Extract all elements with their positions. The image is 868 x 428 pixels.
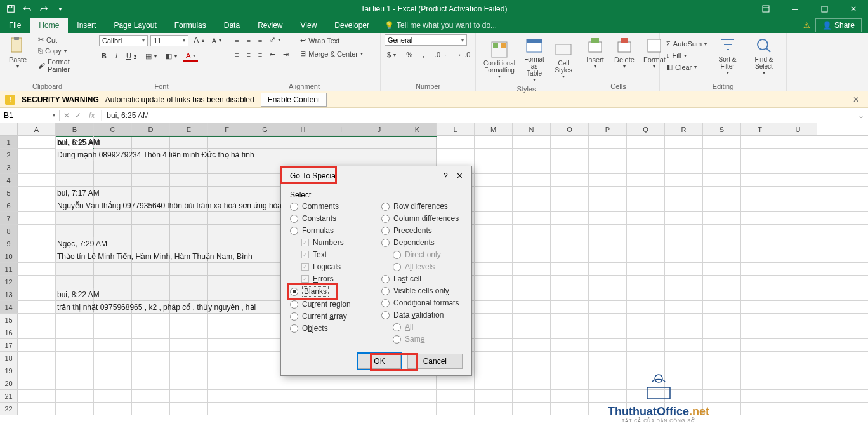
cell[interactable] [589, 288, 627, 300]
tab-developer[interactable]: Developer [326, 18, 378, 33]
tab-file[interactable]: File [0, 18, 30, 33]
cell[interactable] [627, 174, 665, 186]
cell[interactable] [208, 212, 246, 224]
cell[interactable] [437, 136, 475, 148]
cell[interactable] [741, 326, 779, 338]
cell[interactable] [475, 288, 513, 300]
cell[interactable] [94, 136, 132, 148]
cell[interactable] [18, 174, 56, 186]
cell[interactable] [56, 339, 94, 351]
cell[interactable] [56, 276, 94, 288]
cell[interactable] [513, 187, 551, 199]
cell[interactable] [132, 237, 170, 250]
cell[interactable] [132, 212, 170, 224]
percent-icon[interactable]: % [404, 50, 415, 60]
cell[interactable] [132, 352, 170, 364]
cell[interactable] [56, 225, 94, 237]
radio-current-region[interactable]: Current region [290, 300, 372, 309]
radio-precedents[interactable]: Precedents [381, 226, 464, 235]
cell[interactable] [94, 288, 132, 300]
cell[interactable] [132, 288, 170, 300]
cell[interactable] [398, 390, 437, 402]
cell[interactable] [475, 149, 513, 161]
cell[interactable] [551, 339, 589, 351]
cell[interactable] [398, 136, 437, 148]
cell[interactable] [589, 161, 627, 173]
cell[interactable] [18, 288, 56, 300]
cell[interactable] [627, 250, 665, 262]
row-header[interactable]: 5 [0, 187, 18, 199]
cell[interactable] [208, 352, 246, 364]
cell[interactable] [779, 339, 817, 351]
align-left-icon[interactable]: ≡ [232, 50, 241, 60]
cell[interactable] [703, 377, 741, 389]
cell[interactable] [475, 161, 513, 173]
cell[interactable] [513, 339, 551, 351]
cell[interactable] [208, 187, 246, 199]
cell[interactable] [132, 377, 170, 389]
cell[interactable] [18, 390, 56, 402]
cell[interactable]: bui, 6:25 AM [56, 136, 94, 148]
cell[interactable] [94, 212, 132, 224]
column-header[interactable]: M [475, 123, 513, 135]
paste-button[interactable]: Paste▾ [4, 34, 32, 70]
merge-center-button[interactable]: ⊟Merge & Center ▾ [298, 48, 365, 59]
qat-dropdown-icon[interactable]: ▼ [53, 2, 67, 16]
column-header[interactable]: N [513, 123, 551, 135]
cell[interactable] [665, 212, 703, 224]
cell[interactable] [246, 136, 284, 148]
cell[interactable] [703, 301, 741, 313]
cell[interactable] [703, 263, 741, 275]
cell[interactable] [589, 403, 627, 415]
cell[interactable] [779, 263, 817, 275]
cell[interactable] [208, 288, 246, 300]
cell[interactable] [703, 288, 741, 300]
cell[interactable] [208, 136, 246, 148]
row-header[interactable]: 7 [0, 212, 18, 224]
cell[interactable] [589, 250, 627, 262]
cell[interactable] [284, 149, 322, 161]
save-icon[interactable] [4, 2, 18, 16]
cell[interactable] [56, 352, 94, 364]
cell[interactable] [779, 199, 817, 211]
insert-cells-button[interactable]: Insert▾ [581, 34, 609, 70]
cell[interactable] [56, 326, 94, 338]
cell[interactable] [627, 326, 665, 338]
cell[interactable] [475, 212, 513, 224]
cell[interactable] [551, 212, 589, 224]
cell[interactable] [779, 326, 817, 338]
cell[interactable] [170, 403, 208, 415]
borders-icon[interactable]: ▦ ▾ [143, 51, 159, 62]
cell[interactable] [208, 326, 246, 338]
cell[interactable] [589, 314, 627, 326]
cell[interactable] [56, 263, 94, 275]
cell[interactable] [360, 390, 398, 402]
cell[interactable] [703, 403, 741, 415]
cell[interactable] [246, 352, 284, 364]
cell[interactable] [589, 212, 627, 224]
cell[interactable] [741, 276, 779, 288]
cell[interactable] [589, 301, 627, 313]
cell[interactable] [779, 288, 817, 300]
cell[interactable] [627, 161, 665, 173]
cell[interactable] [132, 263, 170, 275]
cell[interactable] [475, 199, 513, 211]
column-header[interactable]: E [170, 123, 208, 135]
cell[interactable] [132, 225, 170, 237]
cell[interactable] [665, 250, 703, 262]
cell[interactable] [627, 199, 665, 211]
cell[interactable] [246, 212, 284, 224]
cell[interactable] [741, 187, 779, 199]
radio-data-validation[interactable]: Data validation [381, 311, 464, 319]
row-header[interactable]: 8 [0, 225, 18, 237]
cell[interactable] [627, 225, 665, 237]
cell[interactable] [665, 288, 703, 300]
conditional-formatting-button[interactable]: Conditional Formatting▾ [480, 38, 519, 81]
cell[interactable] [56, 364, 94, 377]
enable-content-button[interactable]: Enable Content [261, 93, 327, 107]
cell[interactable] [170, 276, 208, 288]
cell[interactable] [513, 326, 551, 338]
cell[interactable] [703, 390, 741, 402]
cell[interactable] [703, 352, 741, 364]
cell[interactable] [208, 314, 246, 326]
